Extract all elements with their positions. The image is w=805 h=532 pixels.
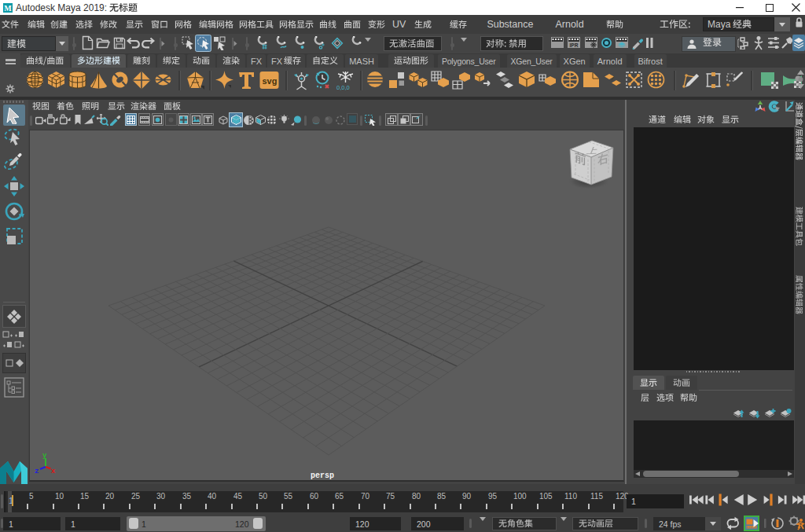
svg-text:y: y [42,452,47,460]
svg-text:0,0,0: 0,0,0 [336,84,350,90]
svg-text:x: x [51,468,56,474]
svg-text:IPR: IPR [570,42,579,48]
svg-text:z: z [35,468,39,474]
svg-text:svg: svg [263,76,278,86]
